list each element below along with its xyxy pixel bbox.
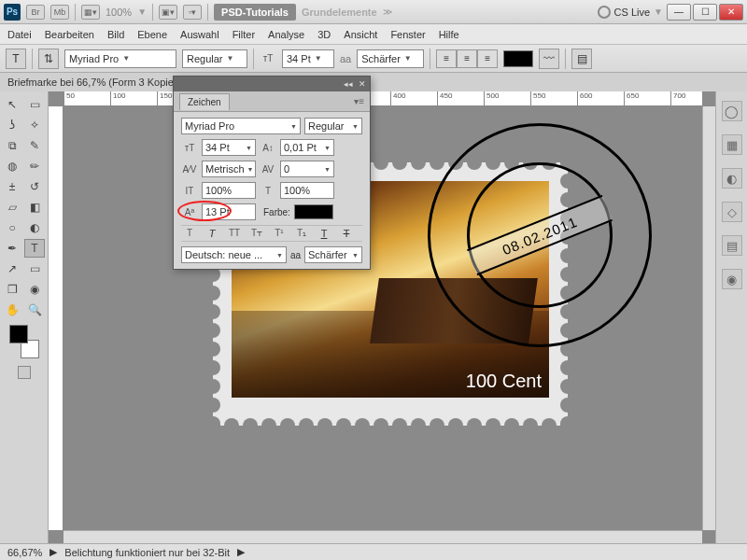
healing-tool[interactable]: ◍: [2, 157, 22, 175]
zoom-tool[interactable]: 🔍: [24, 301, 45, 319]
menu-analyse[interactable]: Analyse: [268, 29, 304, 40]
panel-tracking-dropdown[interactable]: 0▼: [280, 161, 334, 177]
history-brush-tool[interactable]: ↺: [24, 177, 45, 196]
menu-3d[interactable]: 3D: [317, 29, 331, 40]
strike-button[interactable]: T: [338, 228, 355, 239]
cslive-label[interactable]: CS Live: [614, 7, 651, 18]
panel-leading-dropdown[interactable]: 0,01 Pt▼: [280, 139, 334, 156]
bold-button[interactable]: T: [181, 228, 198, 239]
menu-hilfe[interactable]: Hilfe: [439, 29, 459, 40]
marquee-tool[interactable]: ▭: [24, 95, 45, 114]
zoom-dropdown-icon[interactable]: ▼: [137, 7, 147, 17]
document-tab[interactable]: Briefmarke bei 66,7% (Form 3 Kopie, RGB/…: [0, 73, 747, 91]
align-left-button[interactable]: ≡: [436, 49, 457, 68]
antialias-dropdown[interactable]: Schärfer▼: [357, 49, 424, 68]
subscript-button[interactable]: T₁: [293, 228, 310, 239]
arrange-button[interactable]: ▣▾: [159, 5, 177, 20]
status-arrow-icon[interactable]: ▶: [237, 546, 245, 558]
window-close-button[interactable]: ✕: [719, 4, 743, 21]
menu-ebene[interactable]: Ebene: [137, 29, 167, 40]
eraser-tool[interactable]: ▱: [2, 198, 22, 217]
3d-camera-tool[interactable]: ◉: [24, 280, 45, 299]
hand-tool[interactable]: ✋: [2, 301, 22, 319]
view-extras-button[interactable]: ▦▾: [81, 5, 100, 20]
lasso-tool[interactable]: ʖ: [2, 116, 22, 134]
minibridge-button[interactable]: Mb: [50, 5, 69, 20]
font-style-dropdown[interactable]: Regular▼: [182, 49, 247, 68]
panel-antialias-dropdown[interactable]: Schärfer▼: [304, 246, 362, 263]
tab-zeichen[interactable]: Zeichen: [179, 93, 230, 110]
font-family-dropdown[interactable]: Myriad Pro▼: [64, 49, 176, 68]
panel-kerning-dropdown[interactable]: Metrisch▼: [202, 161, 256, 177]
status-zoom[interactable]: 66,67%: [7, 547, 42, 558]
workspace-more-icon[interactable]: ≫: [383, 7, 392, 17]
panel-color-swatch[interactable]: [294, 204, 333, 219]
status-arrow-icon[interactable]: ▶: [49, 546, 57, 558]
pen-tool[interactable]: ✒: [2, 239, 22, 258]
swatches-panel-icon[interactable]: ▦: [722, 134, 742, 155]
adjustments-panel-icon[interactable]: ◐: [722, 168, 742, 189]
shape-tool[interactable]: ▭: [24, 259, 45, 278]
3d-tool[interactable]: ❒: [2, 280, 22, 299]
bridge-button[interactable]: Br: [26, 5, 45, 20]
foreground-color[interactable]: [9, 325, 28, 343]
gradient-tool[interactable]: ◧: [24, 198, 45, 217]
window-minimize-button[interactable]: —: [667, 4, 691, 21]
panel-font-dropdown[interactable]: Myriad Pro▼: [181, 118, 301, 134]
quickmask-button[interactable]: [18, 366, 31, 379]
horizontal-scrollbar[interactable]: [63, 530, 702, 543]
vertical-scrollbar[interactable]: [702, 106, 715, 530]
panel-collapse-icon[interactable]: ◂◂: [344, 79, 353, 89]
brush-tool[interactable]: ✏: [24, 157, 45, 175]
workspace-grundelemente[interactable]: Grundelemente: [302, 7, 377, 18]
type-tool-preset-icon[interactable]: T: [6, 49, 26, 69]
window-maximize-button[interactable]: ☐: [693, 4, 717, 21]
menu-filter[interactable]: Filter: [233, 29, 255, 40]
panel-language-dropdown[interactable]: Deutsch: neue ...▼: [181, 246, 287, 263]
panel-size-dropdown[interactable]: 34 Pt▼: [202, 139, 256, 156]
panel-style-dropdown[interactable]: Regular▼: [304, 118, 362, 134]
character-panel-button[interactable]: ▤: [571, 49, 592, 69]
layers-panel-icon[interactable]: ◇: [722, 202, 742, 222]
path-select-tool[interactable]: ↗: [2, 259, 22, 278]
superscript-button[interactable]: T¹: [271, 228, 288, 239]
warp-text-button[interactable]: 〰: [539, 49, 559, 69]
move-tool[interactable]: ↖: [2, 95, 22, 114]
menu-ansicht[interactable]: Ansicht: [344, 29, 377, 40]
menu-fenster[interactable]: Fenster: [390, 29, 425, 40]
panel-baseline-input[interactable]: 13 Pt: [202, 203, 256, 220]
panel-hscale-input[interactable]: 100%: [280, 182, 334, 199]
orientation-button[interactable]: ⇅: [38, 49, 59, 69]
magic-wand-tool[interactable]: ✧: [24, 116, 45, 134]
color-panel-icon[interactable]: ◯: [722, 101, 742, 121]
dodge-tool[interactable]: ◐: [24, 218, 45, 237]
fg-bg-colors[interactable]: [6, 325, 43, 358]
workspace-psdtutorials[interactable]: PSD-Tutorials: [214, 4, 296, 21]
crop-tool[interactable]: ⧉: [2, 136, 22, 155]
italic-button[interactable]: T: [204, 228, 220, 239]
font-size-dropdown[interactable]: 34 Pt▼: [282, 49, 334, 68]
smallcaps-button[interactable]: Tᴛ: [248, 228, 265, 239]
align-center-button[interactable]: ≡: [457, 49, 477, 68]
canvas[interactable]: he Bundespost 100 Cent 08.02.2011: [63, 106, 702, 530]
panel-close-icon[interactable]: ✕: [359, 79, 366, 89]
blur-tool[interactable]: ○: [2, 218, 22, 237]
channels-panel-icon[interactable]: ▤: [722, 235, 742, 256]
zoom-level[interactable]: 100%: [106, 7, 132, 18]
screenmode-button[interactable]: ▫▾: [183, 5, 202, 20]
align-right-button[interactable]: ≡: [477, 49, 498, 68]
underline-button[interactable]: T: [316, 228, 332, 239]
horizontal-ruler[interactable]: 5010015020025030035040045050055060065070…: [63, 91, 702, 106]
stamp-tool[interactable]: ±: [2, 177, 22, 196]
menu-auswahl[interactable]: Auswahl: [180, 29, 219, 40]
panel-vscale-input[interactable]: 100%: [202, 182, 256, 199]
eyedropper-tool[interactable]: ✎: [24, 136, 45, 155]
type-tool[interactable]: T: [24, 239, 45, 258]
panel-header[interactable]: ◂◂✕: [174, 77, 370, 91]
vertical-ruler[interactable]: [49, 106, 63, 530]
paths-panel-icon[interactable]: ◉: [722, 269, 742, 289]
allcaps-button[interactable]: TT: [226, 228, 243, 239]
menu-bearbeiten[interactable]: Bearbeiten: [45, 29, 94, 40]
menu-bild[interactable]: Bild: [107, 29, 124, 40]
menu-datei[interactable]: Datei: [7, 29, 32, 40]
